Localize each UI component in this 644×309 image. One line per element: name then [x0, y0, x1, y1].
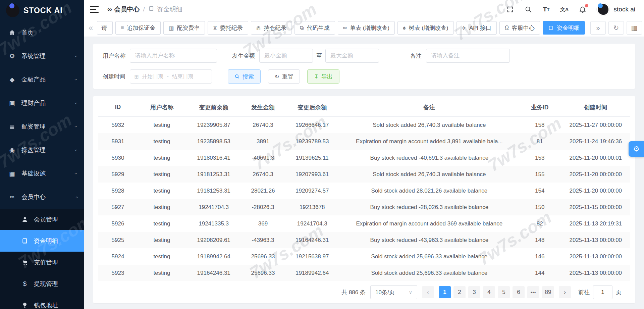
dollar-icon: $ [21, 280, 29, 288]
table-cell: testing [138, 270, 186, 276]
table-cell: 2025-11-20 00:00:01 [561, 155, 630, 161]
page-button[interactable]: 5 [498, 286, 510, 298]
date-end-placeholder: 结束日期 [172, 73, 194, 80]
sidebar-item[interactable]: ◉ 操盘管理 › [0, 138, 84, 162]
user-menu[interactable]: stock ai [596, 3, 635, 16]
settings-fab[interactable]: ⚙ [629, 141, 644, 157]
table-cell: Buy stock reduced -40,691.3 available ba… [340, 155, 519, 161]
sidebar-item[interactable]: 首页 › [0, 21, 84, 44]
sidebar-item[interactable]: ▣ 理财产品 › [0, 91, 84, 115]
logo[interactable]: STOCK AI [0, 0, 84, 21]
sidebar-subitem[interactable]: 资金明细 [0, 230, 84, 252]
sidebar-item[interactable]: ≣ 配资管理 › [0, 115, 84, 138]
tabs-list: ≡ 追加保证金 ▥ 配资费率 ⧖ 委托纪录 ⋒ 持仓纪录 ⧉ 代码生成 ∞ 单表… [115, 21, 585, 35]
font-size-icon[interactable]: TT [542, 5, 551, 14]
search-icon[interactable] [524, 5, 533, 14]
search-button[interactable]: 搜索 [228, 69, 261, 84]
tab[interactable]: ⧖ 委托纪录 [208, 21, 248, 35]
tab[interactable]: ⧉ 代码生成 [294, 21, 335, 35]
breadcrumb-member-center[interactable]: ∞ 会员中心 [107, 5, 140, 14]
reset-icon: ↻ [275, 73, 279, 80]
sidebar-subitem[interactable]: 充值管理 [0, 252, 84, 273]
amount-max-input[interactable] [325, 49, 379, 63]
breadcrumb-fund-detail[interactable]: 资金明细 [148, 5, 182, 14]
page-ellipsis[interactable]: ••• [527, 286, 539, 298]
diamond-icon: ◆ [8, 76, 16, 84]
table-cell: Expiration of margin account added 3,891… [340, 138, 519, 145]
sidebar-item[interactable]: ∞ 会员中心 › [0, 185, 84, 209]
search-icon [234, 74, 240, 79]
tabs-scroll-right-icon[interactable]: » [590, 21, 606, 35]
sidebar-subitem[interactable]: 会员管理 [0, 209, 84, 230]
tab[interactable]: ⋒ 持仓纪录 [251, 21, 292, 35]
table-cell: 369 [241, 220, 284, 227]
fullscreen-icon[interactable] [506, 5, 515, 14]
table-cell: 19181253.31 [186, 171, 242, 178]
date-range-separator: - [167, 73, 168, 80]
reset-button[interactable]: ↻ 重置 [268, 69, 300, 84]
translate-icon[interactable]: 文A [560, 5, 569, 14]
table-cell: 154 [519, 188, 561, 194]
member-center-submenu: 会员管理 资金明细 充值管理 $ 提现管理 钱包地址 [0, 209, 84, 309]
page-button[interactable]: 1 [439, 286, 451, 298]
book-icon [548, 25, 554, 31]
table-cell: 2025-11-24 19:46:36 [561, 138, 630, 145]
table-cell: 19266646.17 [284, 122, 340, 128]
sidebar-menu: 首页 › ⚙ 系统管理 › ◆ 金融产品 › ▣ 理财产品 › ≣ 配资管理 ›… [0, 21, 84, 309]
logo-icon [6, 4, 19, 17]
table-cell: 19241704.3 [284, 220, 340, 227]
tab[interactable]: ✈ API 接口 [457, 21, 497, 35]
next-page-button[interactable]: › [559, 286, 571, 298]
tab[interactable]: ≡ 追加保证金 [115, 21, 161, 35]
table-cell: testing [138, 237, 186, 244]
table-cell: 5927 [98, 204, 138, 211]
amount-min-input[interactable] [259, 49, 313, 63]
goto-page-input[interactable] [593, 285, 612, 299]
tab[interactable]: 资金明细 [543, 21, 585, 35]
hourglass-icon: ⧖ [213, 25, 217, 31]
column-header: 备注 [340, 103, 519, 111]
table-cell: 2025-11-13 00:00:00 [561, 237, 630, 244]
table-cell: 19235898.53 [186, 138, 242, 145]
sidebar-subitem[interactable]: 钱包地址 [0, 295, 84, 309]
list-icon: ≡ [121, 25, 124, 31]
table-cell: 19209274.57 [284, 188, 340, 194]
tab[interactable]: ▥ 配资费率 [163, 21, 205, 35]
page-button[interactable]: 6 [513, 286, 525, 298]
sidebar-item[interactable]: ◆ 金融产品 › [0, 68, 84, 91]
tab-actions-grid-icon[interactable]: ▦ [627, 21, 642, 35]
remark-input[interactable] [426, 49, 510, 63]
date-range-input[interactable]: ⊞ 开始日期 - 结束日期 [130, 69, 212, 84]
sidebar-item[interactable]: ▦ 基础设施 › [0, 162, 84, 185]
goto-page: 前往 页 [578, 285, 622, 299]
sidebar-subitem[interactable]: $ 提现管理 [0, 273, 84, 295]
tab[interactable]: ♠ 树表 (增删改查) [397, 21, 454, 35]
export-button[interactable]: ↧ 导出 [307, 69, 339, 84]
page-button[interactable]: 3 [468, 286, 480, 298]
fund-detail-table: ID用户名称变更前余额发生金额变更后余额备注业务ID创建时间 5932testi… [93, 96, 635, 303]
notification-bell-icon[interactable] [578, 5, 587, 14]
funding-list-icon: ≣ [8, 123, 16, 131]
refresh-icon[interactable]: ↻ [608, 21, 624, 35]
table-cell: testing [138, 138, 186, 145]
table-cell: Sold stock added 28,021.26 available bal… [340, 188, 519, 194]
page-button[interactable]: 4 [483, 286, 495, 298]
username-input[interactable] [130, 49, 217, 63]
logo-text: STOCK AI [23, 6, 63, 15]
page-size-select[interactable]: 10条/页 ∨ [370, 285, 417, 299]
tab-overflow[interactable]: 请 [97, 21, 113, 35]
chevron-icon: › [73, 102, 79, 104]
table-cell: 25696.33 [241, 253, 284, 260]
prev-page-button[interactable]: ‹ [422, 286, 434, 298]
page-button[interactable]: 2 [453, 286, 466, 298]
menu-toggle-icon[interactable] [90, 6, 99, 13]
chevron-icon: › [73, 173, 79, 174]
tab[interactable]: ∞ 单表 (增删改查) [338, 21, 395, 35]
amount-to-label: 至 [316, 52, 322, 60]
plane-icon: ✈ [462, 25, 466, 31]
sidebar-item[interactable]: ⚙ 系统管理 › [0, 44, 84, 68]
page-button[interactable]: 89 [542, 286, 554, 298]
tabs-scroll-left-icon[interactable]: « [87, 24, 94, 32]
table-body: 5932testing19239905.8726740.319266646.17… [98, 117, 630, 281]
tab[interactable]: Ω 客服中心 [499, 21, 540, 35]
